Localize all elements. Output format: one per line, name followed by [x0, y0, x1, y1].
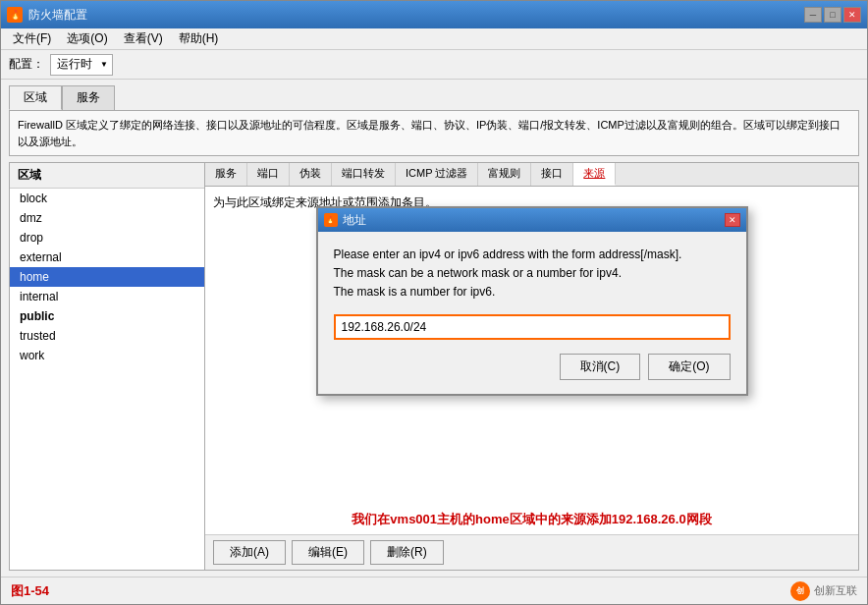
figure-label: 图1-54: [11, 582, 49, 600]
dialog-overlay: 🔥 地址 ✕ Please enter an ipv4 or ipv6 addr…: [205, 187, 858, 505]
zone-work[interactable]: work: [10, 346, 204, 365]
maximize-button[interactable]: □: [824, 7, 841, 23]
inner-tabs: 服务 端口 伪装 端口转发 ICMP 过滤器 富规则 接口 来源: [205, 163, 858, 187]
window-title: 防火墙配置: [28, 7, 804, 24]
zones-list: block dmz drop external home internal pu…: [10, 189, 204, 570]
config-label: 配置：: [9, 56, 44, 73]
tab-port-forward[interactable]: 端口转发: [332, 163, 396, 186]
menu-file[interactable]: 文件(F): [5, 28, 59, 49]
zones-panel: 区域 block dmz drop external home internal…: [9, 162, 205, 571]
bottom-toolbar: 添加(A) 编辑(E) 删除(R): [205, 534, 858, 570]
dialog-title-bar: 🔥 地址 ✕: [318, 208, 746, 232]
zone-description: FirewallD 区域定义了绑定的网络连接、接口以及源地址的可信程度。区域是服…: [9, 110, 859, 156]
logo: 创 创新互联: [790, 581, 857, 601]
top-tabs: 区域 服务: [9, 85, 859, 110]
menu-view[interactable]: 查看(V): [116, 28, 171, 49]
runtime-dropdown[interactable]: 运行时: [50, 54, 113, 76]
dialog-close-button[interactable]: ✕: [725, 213, 740, 227]
toolbar: 配置： 运行时: [1, 50, 867, 80]
zones-header: 区域: [10, 163, 204, 189]
tab-zones[interactable]: 区域: [9, 85, 62, 110]
menu-bar: 文件(F) 选项(O) 查看(V) 帮助(H): [1, 28, 867, 50]
menu-help[interactable]: 帮助(H): [171, 28, 227, 49]
zone-home[interactable]: home: [10, 267, 204, 287]
zone-internal[interactable]: internal: [10, 287, 204, 306]
dialog-icon: 🔥: [324, 213, 338, 227]
zone-public[interactable]: public: [10, 306, 204, 326]
menu-options[interactable]: 选项(O): [59, 28, 115, 49]
tab-icmp-filter[interactable]: ICMP 过滤器: [396, 163, 478, 186]
ok-button[interactable]: 确定(O): [648, 354, 730, 380]
add-button[interactable]: 添加(A): [213, 540, 286, 565]
tab-rich-rules[interactable]: 富规则: [478, 163, 531, 186]
inner-content: 为与此区域绑定来源地址或范围添加条目。 🔥 地址 ✕: [205, 187, 858, 505]
dialog-description: Please enter an ipv4 or ipv6 address wit…: [334, 246, 731, 302]
tab-services[interactable]: 服务: [62, 85, 115, 110]
tab-masquerade[interactable]: 伪装: [290, 163, 332, 186]
edit-button[interactable]: 编辑(E): [292, 540, 364, 565]
zone-block[interactable]: block: [10, 189, 204, 208]
main-window: 🔥 防火墙配置 ─ □ ✕ 文件(F) 选项(O) 查看(V) 帮助(H) 配置…: [0, 0, 868, 605]
zone-drop[interactable]: drop: [10, 228, 204, 248]
dialog-body: Please enter an ipv4 or ipv6 address wit…: [318, 232, 746, 394]
tab-port[interactable]: 端口: [247, 163, 290, 186]
tab-service[interactable]: 服务: [205, 163, 247, 186]
tab-source[interactable]: 来源: [573, 163, 616, 186]
bottom-note: 我们在vms001主机的home区域中的来源添加192.168.26.0网段: [205, 505, 858, 534]
minimize-button[interactable]: ─: [804, 7, 822, 23]
address-dialog: 🔥 地址 ✕ Please enter an ipv4 or ipv6 addr…: [316, 206, 748, 396]
cancel-button[interactable]: 取消(C): [560, 354, 641, 380]
dialog-buttons: 取消(C) 确定(O): [334, 354, 731, 380]
window-controls: ─ □ ✕: [804, 7, 861, 23]
footer: 图1-54 创 创新互联: [1, 577, 867, 604]
close-button[interactable]: ✕: [843, 7, 861, 23]
right-panel: 服务 端口 伪装 端口转发 ICMP 过滤器 富规则 接口 来源 为与此区域绑定…: [205, 162, 859, 571]
zone-dmz[interactable]: dmz: [10, 208, 204, 228]
address-input[interactable]: [334, 314, 731, 340]
dialog-title: 地址: [343, 212, 725, 229]
tab-interface[interactable]: 接口: [531, 163, 573, 186]
zone-trusted[interactable]: trusted: [10, 326, 204, 346]
logo-icon: 创: [790, 581, 810, 601]
title-bar: 🔥 防火墙配置 ─ □ ✕: [1, 1, 867, 28]
logo-text: 创新互联: [814, 583, 857, 598]
content-area: 区域 服务 FirewallD 区域定义了绑定的网络连接、接口以及源地址的可信程…: [1, 80, 867, 577]
delete-button[interactable]: 删除(R): [370, 540, 444, 565]
zone-external[interactable]: external: [10, 248, 204, 267]
split-area: 区域 block dmz drop external home internal…: [9, 162, 859, 571]
app-icon: 🔥: [7, 7, 23, 23]
